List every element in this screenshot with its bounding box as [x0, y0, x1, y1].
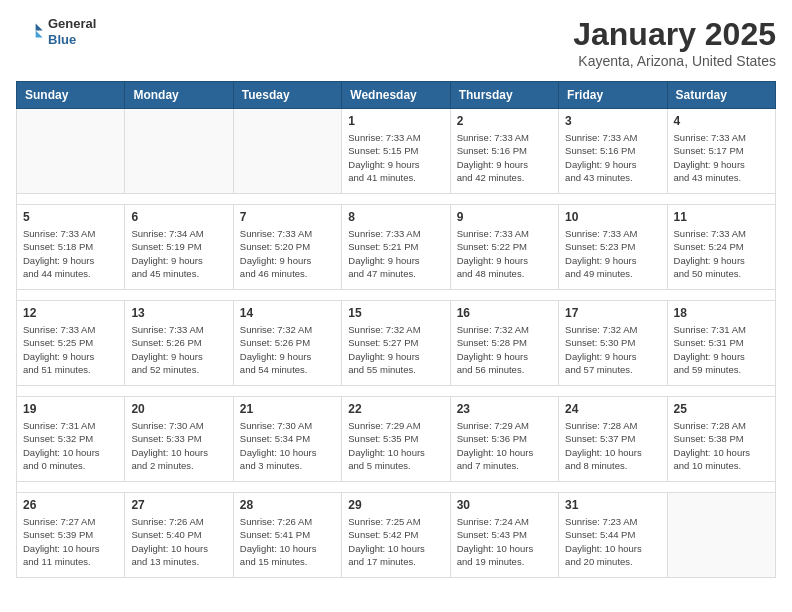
- title-block: January 2025 Kayenta, Arizona, United St…: [573, 16, 776, 69]
- cell-week1-day1: [125, 109, 233, 194]
- cell-week4-day2: 21Sunrise: 7:30 AM Sunset: 5:34 PM Dayli…: [233, 397, 341, 482]
- cell-week2-day6: 11Sunrise: 7:33 AM Sunset: 5:24 PM Dayli…: [667, 205, 775, 290]
- page-header: General Blue January 2025 Kayenta, Arizo…: [16, 16, 776, 69]
- day-number: 28: [240, 498, 335, 512]
- cell-week1-day3: 1Sunrise: 7:33 AM Sunset: 5:15 PM Daylig…: [342, 109, 450, 194]
- header-sunday: Sunday: [17, 82, 125, 109]
- cell-week4-day4: 23Sunrise: 7:29 AM Sunset: 5:36 PM Dayli…: [450, 397, 558, 482]
- week-separator-cell: [17, 482, 776, 493]
- cell-week5-day3: 29Sunrise: 7:25 AM Sunset: 5:42 PM Dayli…: [342, 493, 450, 578]
- day-info: Sunrise: 7:31 AM Sunset: 5:32 PM Dayligh…: [23, 419, 118, 472]
- day-info: Sunrise: 7:32 AM Sunset: 5:28 PM Dayligh…: [457, 323, 552, 376]
- day-number: 12: [23, 306, 118, 320]
- day-info: Sunrise: 7:25 AM Sunset: 5:42 PM Dayligh…: [348, 515, 443, 568]
- cell-week3-day2: 14Sunrise: 7:32 AM Sunset: 5:26 PM Dayli…: [233, 301, 341, 386]
- day-number: 7: [240, 210, 335, 224]
- cell-week4-day1: 20Sunrise: 7:30 AM Sunset: 5:33 PM Dayli…: [125, 397, 233, 482]
- cell-week2-day0: 5Sunrise: 7:33 AM Sunset: 5:18 PM Daylig…: [17, 205, 125, 290]
- cell-week2-day3: 8Sunrise: 7:33 AM Sunset: 5:21 PM Daylig…: [342, 205, 450, 290]
- day-number: 16: [457, 306, 552, 320]
- cell-week3-day4: 16Sunrise: 7:32 AM Sunset: 5:28 PM Dayli…: [450, 301, 558, 386]
- cell-week3-day5: 17Sunrise: 7:32 AM Sunset: 5:30 PM Dayli…: [559, 301, 667, 386]
- day-info: Sunrise: 7:28 AM Sunset: 5:38 PM Dayligh…: [674, 419, 769, 472]
- day-number: 25: [674, 402, 769, 416]
- cell-week1-day0: [17, 109, 125, 194]
- day-number: 18: [674, 306, 769, 320]
- cell-week2-day1: 6Sunrise: 7:34 AM Sunset: 5:19 PM Daylig…: [125, 205, 233, 290]
- day-info: Sunrise: 7:24 AM Sunset: 5:43 PM Dayligh…: [457, 515, 552, 568]
- header-monday: Monday: [125, 82, 233, 109]
- day-info: Sunrise: 7:29 AM Sunset: 5:35 PM Dayligh…: [348, 419, 443, 472]
- day-info: Sunrise: 7:28 AM Sunset: 5:37 PM Dayligh…: [565, 419, 660, 472]
- day-info: Sunrise: 7:34 AM Sunset: 5:19 PM Dayligh…: [131, 227, 226, 280]
- week-separator-cell: [17, 386, 776, 397]
- day-number: 9: [457, 210, 552, 224]
- day-info: Sunrise: 7:33 AM Sunset: 5:23 PM Dayligh…: [565, 227, 660, 280]
- day-number: 10: [565, 210, 660, 224]
- cell-week5-day5: 31Sunrise: 7:23 AM Sunset: 5:44 PM Dayli…: [559, 493, 667, 578]
- cell-week5-day4: 30Sunrise: 7:24 AM Sunset: 5:43 PM Dayli…: [450, 493, 558, 578]
- day-number: 17: [565, 306, 660, 320]
- day-info: Sunrise: 7:32 AM Sunset: 5:26 PM Dayligh…: [240, 323, 335, 376]
- day-info: Sunrise: 7:33 AM Sunset: 5:25 PM Dayligh…: [23, 323, 118, 376]
- day-number: 4: [674, 114, 769, 128]
- day-info: Sunrise: 7:32 AM Sunset: 5:27 PM Dayligh…: [348, 323, 443, 376]
- cell-week5-day1: 27Sunrise: 7:26 AM Sunset: 5:40 PM Dayli…: [125, 493, 233, 578]
- week-separator-1: [17, 194, 776, 205]
- cell-week3-day6: 18Sunrise: 7:31 AM Sunset: 5:31 PM Dayli…: [667, 301, 775, 386]
- logo-general: General: [48, 16, 96, 32]
- day-number: 3: [565, 114, 660, 128]
- svg-marker-0: [36, 23, 43, 30]
- cell-week1-day5: 3Sunrise: 7:33 AM Sunset: 5:16 PM Daylig…: [559, 109, 667, 194]
- logo-icon: [16, 18, 44, 46]
- day-number: 19: [23, 402, 118, 416]
- header-saturday: Saturday: [667, 82, 775, 109]
- cell-week2-day2: 7Sunrise: 7:33 AM Sunset: 5:20 PM Daylig…: [233, 205, 341, 290]
- day-number: 13: [131, 306, 226, 320]
- day-info: Sunrise: 7:26 AM Sunset: 5:40 PM Dayligh…: [131, 515, 226, 568]
- day-number: 11: [674, 210, 769, 224]
- cell-week4-day3: 22Sunrise: 7:29 AM Sunset: 5:35 PM Dayli…: [342, 397, 450, 482]
- cell-week4-day0: 19Sunrise: 7:31 AM Sunset: 5:32 PM Dayli…: [17, 397, 125, 482]
- week-separator-4: [17, 482, 776, 493]
- header-tuesday: Tuesday: [233, 82, 341, 109]
- day-number: 20: [131, 402, 226, 416]
- header-wednesday: Wednesday: [342, 82, 450, 109]
- cell-week3-day0: 12Sunrise: 7:33 AM Sunset: 5:25 PM Dayli…: [17, 301, 125, 386]
- day-number: 8: [348, 210, 443, 224]
- day-info: Sunrise: 7:32 AM Sunset: 5:30 PM Dayligh…: [565, 323, 660, 376]
- day-info: Sunrise: 7:33 AM Sunset: 5:22 PM Dayligh…: [457, 227, 552, 280]
- day-number: 27: [131, 498, 226, 512]
- day-info: Sunrise: 7:33 AM Sunset: 5:21 PM Dayligh…: [348, 227, 443, 280]
- week-row-2: 5Sunrise: 7:33 AM Sunset: 5:18 PM Daylig…: [17, 205, 776, 290]
- day-number: 31: [565, 498, 660, 512]
- day-info: Sunrise: 7:33 AM Sunset: 5:24 PM Dayligh…: [674, 227, 769, 280]
- week-row-3: 12Sunrise: 7:33 AM Sunset: 5:25 PM Dayli…: [17, 301, 776, 386]
- day-number: 21: [240, 402, 335, 416]
- cell-week1-day4: 2Sunrise: 7:33 AM Sunset: 5:16 PM Daylig…: [450, 109, 558, 194]
- day-info: Sunrise: 7:33 AM Sunset: 5:17 PM Dayligh…: [674, 131, 769, 184]
- logo-text: General Blue: [48, 16, 96, 47]
- day-number: 22: [348, 402, 443, 416]
- cell-week2-day4: 9Sunrise: 7:33 AM Sunset: 5:22 PM Daylig…: [450, 205, 558, 290]
- week-row-4: 19Sunrise: 7:31 AM Sunset: 5:32 PM Dayli…: [17, 397, 776, 482]
- cell-week5-day6: [667, 493, 775, 578]
- week-separator-cell: [17, 290, 776, 301]
- week-row-5: 26Sunrise: 7:27 AM Sunset: 5:39 PM Dayli…: [17, 493, 776, 578]
- week-separator-2: [17, 290, 776, 301]
- day-info: Sunrise: 7:33 AM Sunset: 5:26 PM Dayligh…: [131, 323, 226, 376]
- week-separator-cell: [17, 194, 776, 205]
- week-row-1: 1Sunrise: 7:33 AM Sunset: 5:15 PM Daylig…: [17, 109, 776, 194]
- day-info: Sunrise: 7:26 AM Sunset: 5:41 PM Dayligh…: [240, 515, 335, 568]
- day-info: Sunrise: 7:29 AM Sunset: 5:36 PM Dayligh…: [457, 419, 552, 472]
- day-number: 29: [348, 498, 443, 512]
- cell-week1-day2: [233, 109, 341, 194]
- cell-week3-day3: 15Sunrise: 7:32 AM Sunset: 5:27 PM Dayli…: [342, 301, 450, 386]
- calendar-subtitle: Kayenta, Arizona, United States: [573, 53, 776, 69]
- day-info: Sunrise: 7:30 AM Sunset: 5:34 PM Dayligh…: [240, 419, 335, 472]
- calendar-title: January 2025: [573, 16, 776, 53]
- day-number: 6: [131, 210, 226, 224]
- cell-week3-day1: 13Sunrise: 7:33 AM Sunset: 5:26 PM Dayli…: [125, 301, 233, 386]
- day-info: Sunrise: 7:33 AM Sunset: 5:16 PM Dayligh…: [457, 131, 552, 184]
- week-separator-3: [17, 386, 776, 397]
